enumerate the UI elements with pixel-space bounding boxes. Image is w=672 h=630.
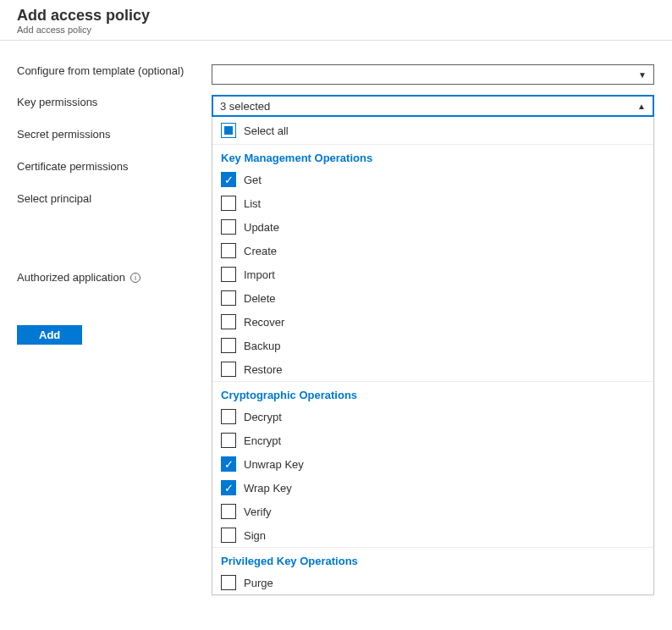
authorized-application-text: Authorized application bbox=[17, 271, 125, 284]
permission-label: Backup bbox=[244, 340, 280, 352]
select-all-option[interactable]: Select all bbox=[212, 117, 653, 145]
permission-option[interactable]: Create bbox=[212, 239, 653, 262]
checkbox-unchecked-icon bbox=[221, 504, 236, 519]
info-icon[interactable]: i bbox=[130, 273, 140, 283]
key-permissions-dropdown: Select all Key Management Operations✓Get… bbox=[212, 117, 654, 595]
checkbox-checked-icon: ✓ bbox=[221, 172, 236, 187]
checkmark-icon: ✓ bbox=[224, 174, 234, 185]
add-button[interactable]: Add bbox=[17, 325, 82, 345]
permission-option[interactable]: Restore bbox=[212, 357, 653, 381]
checkmark-icon: ✓ bbox=[224, 459, 234, 470]
checkbox-unchecked-icon bbox=[221, 243, 236, 258]
configure-template-select[interactable]: ▼ bbox=[212, 64, 654, 85]
checkbox-indeterminate-icon bbox=[221, 123, 236, 138]
checkbox-checked-icon: ✓ bbox=[221, 480, 236, 495]
checkbox-unchecked-icon bbox=[221, 290, 236, 306]
permission-option[interactable]: ✓Get bbox=[212, 168, 653, 191]
group-header: Cryptographic Operations bbox=[212, 381, 653, 405]
permission-label: Verify bbox=[244, 506, 272, 518]
checkbox-unchecked-icon bbox=[221, 219, 236, 235]
permission-label: Unwrap Key bbox=[244, 458, 304, 471]
key-permissions-select[interactable]: 3 selected ▲ bbox=[212, 95, 654, 117]
permission-option[interactable]: Purge bbox=[212, 571, 653, 594]
permission-option[interactable]: Backup bbox=[212, 334, 653, 357]
label-configure-template: Configure from template (optional) bbox=[17, 64, 212, 77]
permission-option[interactable]: Delete bbox=[212, 286, 653, 310]
labels-column: Configure from template (optional) Key p… bbox=[17, 64, 212, 595]
permission-label: Get bbox=[244, 174, 262, 186]
chevron-up-icon: ▲ bbox=[637, 102, 646, 111]
permission-label: Delete bbox=[244, 292, 276, 305]
checkbox-unchecked-icon bbox=[221, 338, 236, 353]
label-secret-permissions: Secret permissions bbox=[17, 128, 212, 141]
checkbox-unchecked-icon bbox=[221, 575, 236, 590]
checkbox-unchecked-icon bbox=[221, 362, 236, 377]
checkbox-unchecked-icon bbox=[221, 267, 236, 282]
controls-column: ▼ 3 selected ▲ Select all Key Management… bbox=[212, 64, 654, 595]
permission-label: List bbox=[244, 197, 261, 210]
select-all-label: Select all bbox=[244, 124, 289, 137]
label-authorized-application: Authorized application i bbox=[17, 271, 212, 284]
checkbox-unchecked-icon bbox=[221, 433, 236, 448]
chevron-down-icon: ▼ bbox=[638, 70, 647, 80]
permission-option[interactable]: Sign bbox=[212, 523, 653, 547]
permission-option[interactable]: Decrypt bbox=[212, 405, 653, 428]
label-certificate-permissions: Certificate permissions bbox=[17, 160, 212, 173]
page-title: Add access policy bbox=[17, 7, 655, 25]
permission-label: Wrap Key bbox=[244, 482, 292, 495]
permission-option[interactable]: Verify bbox=[212, 500, 653, 523]
permission-label: Restore bbox=[244, 363, 283, 376]
permission-label: Import bbox=[244, 268, 275, 281]
checkbox-unchecked-icon bbox=[221, 196, 236, 211]
breadcrumb: Add access policy bbox=[17, 25, 655, 35]
checkbox-unchecked-icon bbox=[221, 314, 236, 329]
permission-label: Recover bbox=[244, 316, 284, 329]
permission-option[interactable]: Update bbox=[212, 215, 653, 239]
checkbox-unchecked-icon bbox=[221, 528, 236, 543]
key-permissions-value: 3 selected bbox=[220, 100, 270, 113]
permission-label: Create bbox=[244, 245, 277, 257]
permission-label: Decrypt bbox=[244, 411, 282, 423]
checkbox-unchecked-icon bbox=[221, 409, 236, 424]
checkbox-checked-icon: ✓ bbox=[221, 456, 236, 472]
group-header: Privileged Key Operations bbox=[212, 547, 653, 571]
label-key-permissions: Key permissions bbox=[17, 96, 212, 108]
permission-option[interactable]: Recover bbox=[212, 310, 653, 334]
permission-option[interactable]: List bbox=[212, 191, 653, 215]
permission-option[interactable]: Import bbox=[212, 262, 653, 286]
permission-label: Update bbox=[244, 221, 279, 234]
form-area: Configure from template (optional) Key p… bbox=[0, 41, 672, 612]
label-select-principal: Select principal bbox=[17, 192, 212, 205]
permission-label: Purge bbox=[244, 577, 273, 589]
permission-option[interactable]: Encrypt bbox=[212, 428, 653, 452]
permission-option[interactable]: ✓Unwrap Key bbox=[212, 452, 653, 476]
checkmark-icon: ✓ bbox=[224, 483, 234, 494]
permission-option[interactable]: ✓Wrap Key bbox=[212, 476, 653, 500]
permission-label: Encrypt bbox=[244, 434, 281, 447]
page-header: Add access policy Add access policy bbox=[0, 0, 672, 41]
group-header: Key Management Operations bbox=[212, 145, 653, 168]
permission-label: Sign bbox=[244, 529, 266, 542]
